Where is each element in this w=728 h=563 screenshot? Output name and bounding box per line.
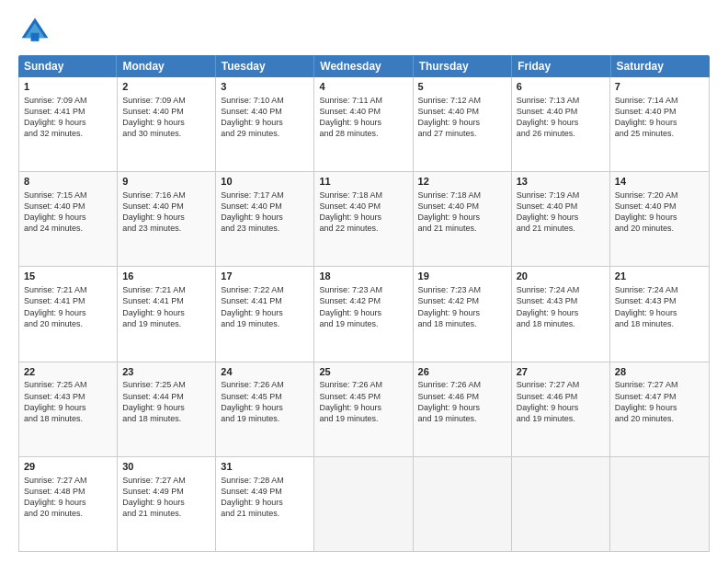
day-info-line: Daylight: 9 hours <box>418 402 506 413</box>
day-info-line: Sunrise: 7:23 AM <box>319 284 407 295</box>
day-info-line: Sunrise: 7:25 AM <box>122 379 210 390</box>
day-info-line: Daylight: 9 hours <box>615 212 704 223</box>
day-info-line: and 23 minutes. <box>221 223 309 234</box>
calendar-cell: 22Sunrise: 7:25 AMSunset: 4:43 PMDayligh… <box>19 362 118 456</box>
calendar-cell: 13Sunrise: 7:19 AMSunset: 4:40 PMDayligh… <box>512 172 610 266</box>
day-number: 24 <box>221 365 309 379</box>
day-info-line: Sunset: 4:43 PM <box>24 391 112 402</box>
day-info-line: and 26 minutes. <box>517 128 605 139</box>
day-info-line: Daylight: 9 hours <box>319 117 407 128</box>
day-info-line: and 19 minutes. <box>517 413 605 424</box>
day-info-line: Daylight: 9 hours <box>319 307 407 318</box>
day-info-line: Sunset: 4:45 PM <box>221 391 309 402</box>
day-number: 4 <box>319 80 407 94</box>
calendar-week: 15Sunrise: 7:21 AMSunset: 4:41 PMDayligh… <box>19 267 709 362</box>
day-info-line: and 27 minutes. <box>418 128 506 139</box>
day-info-line: and 32 minutes. <box>24 128 112 139</box>
day-info-line: Sunset: 4:44 PM <box>122 391 210 402</box>
svg-rect-2 <box>31 33 40 41</box>
calendar-cell-empty <box>314 457 413 551</box>
day-info-line: Sunset: 4:41 PM <box>221 295 309 306</box>
day-info-line: and 18 minutes. <box>24 413 112 424</box>
calendar-cell: 6Sunrise: 7:13 AMSunset: 4:40 PMDaylight… <box>512 77 610 171</box>
day-info-line: and 19 minutes. <box>319 318 407 329</box>
day-info-line: and 25 minutes. <box>615 128 704 139</box>
day-info-line: Daylight: 9 hours <box>319 402 407 413</box>
day-info-line: and 24 minutes. <box>24 223 112 234</box>
calendar-header-cell: Thursday <box>414 55 512 77</box>
day-number: 23 <box>122 365 210 379</box>
day-info-line: Sunrise: 7:17 AM <box>221 190 309 201</box>
day-info-line: Daylight: 9 hours <box>221 212 309 223</box>
day-number: 26 <box>418 365 506 379</box>
calendar-cell: 7Sunrise: 7:14 AMSunset: 4:40 PMDaylight… <box>610 77 709 171</box>
day-number: 17 <box>221 270 309 283</box>
day-info-line: Sunset: 4:43 PM <box>615 295 704 306</box>
day-info-line: Sunrise: 7:27 AM <box>122 475 210 486</box>
calendar-cell: 9Sunrise: 7:16 AMSunset: 4:40 PMDaylight… <box>118 172 216 266</box>
day-info-line: Sunrise: 7:21 AM <box>24 284 112 295</box>
calendar: SundayMondayTuesdayWednesdayThursdayFrid… <box>18 55 710 552</box>
day-info-line: Daylight: 9 hours <box>122 117 210 128</box>
day-info-line: Daylight: 9 hours <box>615 117 704 128</box>
calendar-cell: 26Sunrise: 7:26 AMSunset: 4:46 PMDayligh… <box>414 362 512 456</box>
day-info-line: and 19 minutes. <box>221 318 309 329</box>
day-info-line: Daylight: 9 hours <box>24 497 112 508</box>
day-info-line: Sunrise: 7:24 AM <box>615 284 704 295</box>
day-info-line: Daylight: 9 hours <box>221 117 309 128</box>
day-info-line: and 21 minutes. <box>517 223 605 234</box>
logo-icon <box>18 15 51 48</box>
day-info-line: and 20 minutes. <box>24 508 112 519</box>
day-info-line: and 19 minutes. <box>221 413 309 424</box>
day-info-line: Sunset: 4:47 PM <box>615 391 704 402</box>
day-info-line: Sunset: 4:48 PM <box>24 486 112 497</box>
day-info-line: Sunrise: 7:13 AM <box>517 95 605 106</box>
calendar-cell-empty <box>414 457 512 551</box>
calendar-week: 29Sunrise: 7:27 AMSunset: 4:48 PMDayligh… <box>19 457 709 551</box>
calendar-header: SundayMondayTuesdayWednesdayThursdayFrid… <box>18 55 710 77</box>
day-info-line: Sunset: 4:40 PM <box>418 106 506 117</box>
calendar-cell: 10Sunrise: 7:17 AMSunset: 4:40 PMDayligh… <box>216 172 314 266</box>
day-info-line: and 30 minutes. <box>122 128 210 139</box>
day-info-line: Sunrise: 7:25 AM <box>24 379 112 390</box>
day-info-line: Daylight: 9 hours <box>319 212 407 223</box>
calendar-cell: 16Sunrise: 7:21 AMSunset: 4:41 PMDayligh… <box>118 267 216 361</box>
day-info-line: Sunrise: 7:16 AM <box>122 190 210 201</box>
day-info-line: Sunrise: 7:28 AM <box>221 475 309 486</box>
calendar-cell: 28Sunrise: 7:27 AMSunset: 4:47 PMDayligh… <box>610 362 709 456</box>
calendar-cell: 29Sunrise: 7:27 AMSunset: 4:48 PMDayligh… <box>19 457 118 551</box>
day-info-line: Daylight: 9 hours <box>418 117 506 128</box>
day-number: 7 <box>615 80 704 94</box>
day-number: 27 <box>517 365 605 379</box>
day-info-line: Sunrise: 7:12 AM <box>418 95 506 106</box>
calendar-cell: 11Sunrise: 7:18 AMSunset: 4:40 PMDayligh… <box>314 172 413 266</box>
calendar-week: 1Sunrise: 7:09 AMSunset: 4:41 PMDaylight… <box>19 77 709 172</box>
day-info-line: Sunset: 4:46 PM <box>418 391 506 402</box>
day-info-line: Sunrise: 7:18 AM <box>418 190 506 201</box>
day-info-line: Sunset: 4:41 PM <box>122 295 210 306</box>
day-info-line: Sunset: 4:40 PM <box>221 201 309 212</box>
day-number: 20 <box>517 270 605 283</box>
day-number: 3 <box>221 80 309 94</box>
calendar-cell: 25Sunrise: 7:26 AMSunset: 4:45 PMDayligh… <box>314 362 413 456</box>
day-info-line: Daylight: 9 hours <box>615 402 704 413</box>
day-info-line: Sunrise: 7:11 AM <box>319 95 407 106</box>
calendar-cell: 15Sunrise: 7:21 AMSunset: 4:41 PMDayligh… <box>19 267 118 361</box>
day-number: 31 <box>221 460 309 474</box>
calendar-header-cell: Wednesday <box>314 55 413 77</box>
day-info-line: Sunrise: 7:20 AM <box>615 190 704 201</box>
calendar-cell: 12Sunrise: 7:18 AMSunset: 4:40 PMDayligh… <box>414 172 512 266</box>
day-info-line: Sunset: 4:40 PM <box>517 106 605 117</box>
day-info-line: Sunset: 4:40 PM <box>122 201 210 212</box>
day-info-line: and 20 minutes. <box>24 318 112 329</box>
day-info-line: Sunrise: 7:09 AM <box>122 95 210 106</box>
day-info-line: Sunrise: 7:27 AM <box>24 475 112 486</box>
day-info-line: and 22 minutes. <box>319 223 407 234</box>
day-info-line: and 19 minutes. <box>319 413 407 424</box>
day-info-line: Sunset: 4:40 PM <box>221 106 309 117</box>
calendar-cell: 18Sunrise: 7:23 AMSunset: 4:42 PMDayligh… <box>314 267 413 361</box>
day-info-line: and 19 minutes. <box>122 318 210 329</box>
day-number: 11 <box>319 175 407 189</box>
day-info-line: Sunset: 4:42 PM <box>319 295 407 306</box>
day-info-line: Sunrise: 7:23 AM <box>418 284 506 295</box>
